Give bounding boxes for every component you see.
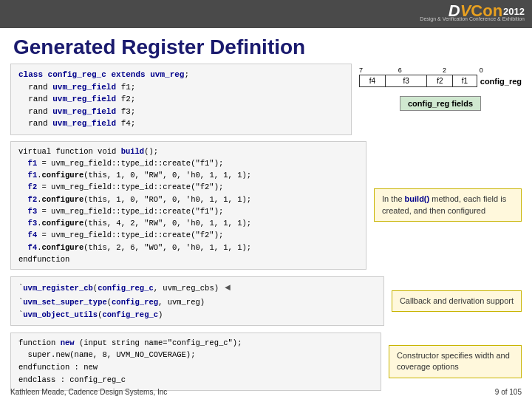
field-f3: f3: [386, 75, 428, 86]
class-declaration-code: class config_reg_c extends uvm_reg; rand…: [10, 64, 352, 135]
logo-subtitle: Design & Verification Conference & Exhib…: [420, 16, 525, 21]
top-section: class config_reg_c extends uvm_reg; rand…: [10, 64, 522, 135]
config-reg-fields-label: config_reg fields: [400, 96, 481, 111]
footer-author: Kathleen Meade, Cadence Design Systems, …: [10, 388, 167, 396]
bit-labels: 7 6 2 0: [359, 66, 522, 75]
base-class: uvm_reg: [150, 70, 184, 79]
register-fields-container: f4 f3 f2 f1: [359, 75, 477, 87]
callback-note: Callback and derivation support: [392, 290, 522, 312]
class-name: config_reg_c: [48, 70, 106, 79]
slide-title: Generated Register Definition: [0, 28, 532, 64]
field-f2: f2: [427, 75, 453, 86]
kw-class: class: [18, 70, 48, 79]
field-f1: f1: [453, 75, 477, 86]
logo-year: 2012: [503, 6, 525, 17]
build-code: virtual function void build(); f1 = uvm_…: [10, 141, 366, 270]
kw-extends: extends: [106, 70, 150, 79]
header-bar: DV Con 2012 Design & Verification Confer…: [0, 0, 532, 28]
footer-slide-number: 9 of 105: [495, 388, 522, 396]
callback-code: `uvm_register_cb(config_reg_c, uvm_reg_c…: [10, 276, 384, 325]
constructor-note: Constructor specifies width and coverage…: [389, 345, 522, 378]
build-section: virtual function void build(); f1 = uvm_…: [10, 141, 522, 270]
callback-section: `uvm_register_cb(config_reg_c, uvm_reg_c…: [10, 276, 522, 325]
constructor-section: function new (input string name="config_…: [10, 332, 522, 391]
field-f4: f4: [360, 75, 386, 86]
content-area: class config_reg_c extends uvm_reg; rand…: [0, 64, 532, 391]
footer: Kathleen Meade, Cadence Design Systems, …: [0, 388, 532, 396]
constructor-code: function new (input string name="config_…: [10, 332, 381, 391]
build-note: In the build() method, each field is cre…: [374, 188, 522, 222]
register-name-label: config_reg: [480, 77, 522, 86]
register-diagram: 7 6 2 0 f4 f3 f2 f1 config_reg config_re…: [359, 64, 522, 111]
register-fields-row: f4 f3 f2 f1 config_reg: [359, 75, 522, 87]
arrow1: ◄: [225, 282, 231, 293]
